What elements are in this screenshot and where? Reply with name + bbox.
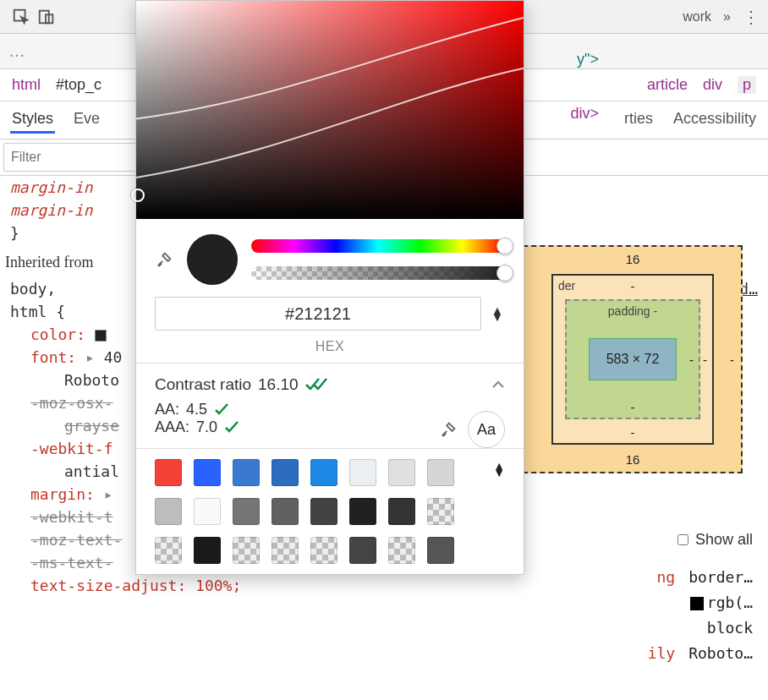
expand-icon-2[interactable]: ▸ (104, 485, 113, 503)
bg-eyedropper-icon[interactable] (439, 420, 458, 439)
prop-webkit-text[interactable]: -webkit-t (30, 508, 113, 526)
ellipsis-icon: … (8, 41, 25, 61)
device-toggle-icon[interactable] (34, 4, 59, 30)
palette-swatch[interactable] (388, 459, 415, 486)
palette-swatch[interactable] (349, 498, 376, 525)
border-top[interactable]: - (631, 279, 635, 293)
content-dimensions: 583 × 72 (606, 352, 660, 367)
padding-label: padding - (608, 304, 657, 318)
saturation-value-field[interactable] (136, 1, 524, 219)
prop-font[interactable]: font: (30, 348, 76, 366)
show-all-label[interactable]: Show all (695, 531, 753, 549)
prop-moz-osx[interactable]: -moz-osx- (30, 394, 113, 412)
expand-icon[interactable]: ▸ (85, 348, 95, 366)
double-check-icon (305, 377, 329, 392)
padding-bottom[interactable]: - (631, 400, 635, 414)
palette-swatch[interactable] (155, 459, 182, 486)
palette-swatch[interactable] (233, 498, 260, 525)
palette-swatch[interactable] (233, 459, 260, 486)
comp-color-swatch-icon (690, 597, 704, 610)
palette-section: ▲▼ (136, 448, 524, 574)
palette-swatch[interactable] (310, 459, 337, 486)
tab-properties-fragment[interactable]: rties (623, 107, 655, 134)
current-color-swatch (187, 234, 238, 285)
comp-color-value: rgb(… (690, 593, 753, 611)
palette-grid (155, 459, 505, 564)
menu-icon[interactable]: ⋮ (743, 7, 760, 27)
val-antialiased[interactable]: antial (64, 462, 119, 480)
breadcrumb-p[interactable]: p (738, 76, 756, 94)
palette-swatch[interactable] (233, 537, 260, 564)
palette-swatch[interactable] (388, 537, 415, 564)
palette-swatch[interactable] (272, 537, 299, 564)
margin-top[interactable]: 16 (626, 252, 640, 266)
border-label-fragment: der (558, 279, 575, 293)
padding-right[interactable]: - (689, 353, 694, 367)
color-swatch-icon[interactable] (95, 330, 107, 342)
tab-events-fragment[interactable]: Eve (72, 107, 101, 134)
tab-accessibility[interactable]: Accessibility (672, 107, 758, 134)
font-family-value[interactable]: Roboto (64, 371, 119, 389)
font-value[interactable]: 40 (104, 348, 123, 366)
palette-swatch[interactable] (349, 537, 376, 564)
palette-swatch[interactable] (155, 498, 182, 525)
breadcrumb-html[interactable]: html (12, 76, 41, 94)
hue-slider[interactable] (251, 239, 505, 253)
format-switch-icon[interactable]: ▲▼ (490, 307, 505, 321)
collapse-icon[interactable] (491, 378, 505, 391)
palette-swatch[interactable] (427, 459, 454, 486)
tab-styles[interactable]: Styles (10, 107, 55, 134)
border-right[interactable]: - (703, 353, 707, 367)
contrast-sample-badge[interactable]: Aa (468, 411, 505, 448)
computed-section: Show all ngborder… rgb(… block ilyRoboto… (648, 531, 753, 665)
eyedropper-icon[interactable] (155, 250, 173, 269)
prop-margin-inline-2[interactable]: margin-in (10, 201, 93, 219)
breadcrumb-article[interactable]: article (647, 76, 688, 94)
palette-swatch[interactable] (310, 498, 337, 525)
palette-swatch[interactable] (194, 537, 221, 564)
prop-text-size-adjust[interactable]: text-size-adjust: 100%; (30, 577, 241, 594)
selector-body[interactable]: body, (10, 280, 56, 298)
palette-swatch[interactable] (427, 537, 454, 564)
margin-bottom[interactable]: 16 (626, 452, 640, 467)
margin-right[interactable]: - (730, 353, 734, 367)
rule-close: } (10, 224, 19, 242)
alpha-slider[interactable] (251, 266, 505, 280)
comp-prop-frag-ng: ng (656, 568, 675, 586)
palette-swatch[interactable] (155, 537, 182, 564)
box-model: 16 16 - der - - - padding - - - 583 × 72 (523, 245, 743, 473)
palette-swatch[interactable] (272, 498, 299, 525)
inspect-element-icon[interactable] (8, 4, 34, 30)
tabs-overflow-icon[interactable]: » (723, 9, 731, 25)
prop-moz-text[interactable]: -moz-text- (30, 531, 122, 549)
palette-swatch[interactable] (388, 498, 415, 525)
show-all-checkbox[interactable] (677, 534, 688, 545)
tab-network-fragment[interactable]: work (683, 9, 711, 25)
prop-webkit-font[interactable]: -webkit-f (30, 440, 113, 457)
contrast-ratio-label: Contrast ratio (155, 375, 251, 394)
selector-html[interactable]: html { (10, 303, 65, 320)
prop-ms-text[interactable]: -ms-text- (30, 554, 113, 571)
border-bottom[interactable]: - (631, 425, 635, 440)
hex-input[interactable] (155, 297, 481, 331)
alpha-thumb[interactable] (496, 265, 513, 282)
palette-swatch[interactable] (427, 498, 454, 525)
palette-swatch[interactable] (310, 537, 337, 564)
hue-thumb[interactable] (496, 238, 513, 254)
prop-margin-inline-1[interactable]: margin-in (10, 178, 93, 196)
val-grayscale[interactable]: grayse (64, 417, 119, 435)
format-label: HEX (136, 339, 524, 363)
palette-swatch[interactable] (272, 459, 299, 486)
sv-cursor[interactable] (131, 189, 145, 202)
filter-input[interactable] (3, 143, 139, 172)
palette-switch-icon[interactable]: ▲▼ (493, 462, 505, 477)
prop-margin[interactable]: margin: (30, 485, 95, 503)
prop-color[interactable]: color: (30, 325, 85, 343)
palette-swatch[interactable] (349, 459, 376, 486)
palette-swatch[interactable] (194, 498, 221, 525)
comp-prop-frag-ily: ily (648, 644, 676, 662)
palette-swatch[interactable] (194, 459, 221, 486)
box-model-content[interactable]: 583 × 72 (589, 338, 677, 380)
breadcrumb-div[interactable]: div (703, 76, 722, 94)
breadcrumb-id[interactable]: #top_c (56, 76, 101, 94)
